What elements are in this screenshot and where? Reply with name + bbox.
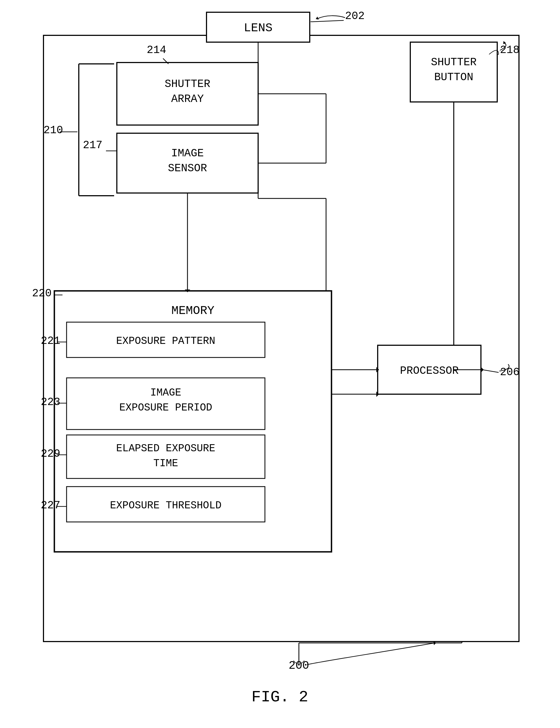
ref-210: 210 <box>43 124 63 136</box>
memory-label: MEMORY <box>172 304 215 318</box>
shutter-array-line1: SHUTTER <box>165 78 210 90</box>
ref-218: 218 <box>500 44 519 56</box>
elapsed-exposure-time-box <box>67 435 265 478</box>
exposure-threshold-label: EXPOSURE THRESHOLD <box>110 500 222 511</box>
ref-217: 217 <box>83 139 102 151</box>
image-exposure-period-line1: IMAGE <box>150 387 181 399</box>
ref-229: 229 <box>41 448 60 460</box>
image-exposure-period-line2: EXPOSURE PERIOD <box>119 402 212 413</box>
image-sensor-line2: SENSOR <box>168 162 207 175</box>
diagram-container: 200 LENS 202 210 SHUTTER ARRAY 214 <box>0 0 560 728</box>
ref-214: 214 <box>147 44 166 56</box>
image-sensor-line1: IMAGE <box>171 147 204 160</box>
exposure-pattern-label: EXPOSURE PATTERN <box>116 335 216 347</box>
lens-label: LENS <box>244 21 273 35</box>
ref-220: 220 <box>32 287 52 300</box>
elapsed-exposure-time-line1: ELAPSED EXPOSURE <box>116 443 216 454</box>
shutter-button-line2: BUTTON <box>434 71 473 83</box>
fig-label: FIG. 2 <box>252 688 308 706</box>
shutter-button-line1: SHUTTER <box>431 56 477 69</box>
ref-227: 227 <box>41 499 60 512</box>
shutter-array-line2: ARRAY <box>171 93 204 105</box>
ref-202: 202 <box>345 10 365 22</box>
ref-223: 223 <box>41 396 60 408</box>
processor-label: PROCESSOR <box>400 365 459 377</box>
elapsed-exposure-time-line2: TIME <box>153 458 178 469</box>
ref-206: 206 <box>500 366 519 378</box>
ref-221: 221 <box>41 335 60 347</box>
